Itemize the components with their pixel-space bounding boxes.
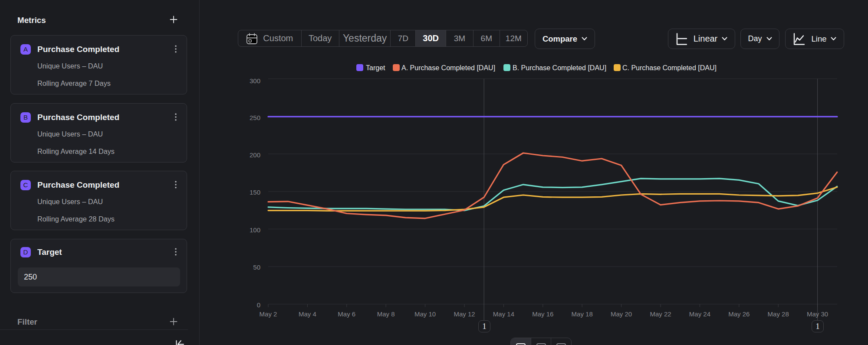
svg-text:May 16: May 16 <box>532 310 553 318</box>
svg-text:300: 300 <box>250 77 260 85</box>
svg-text:May 2: May 2 <box>260 310 277 318</box>
svg-text:May 10: May 10 <box>414 310 436 318</box>
svg-text:May 6: May 6 <box>338 310 355 318</box>
svg-text:May 24: May 24 <box>689 310 710 318</box>
svg-text:100: 100 <box>250 226 260 234</box>
svg-text:150: 150 <box>250 189 260 196</box>
svg-text:May 8: May 8 <box>377 310 395 318</box>
svg-text:May 14: May 14 <box>493 310 514 318</box>
svg-text:200: 200 <box>250 151 260 159</box>
svg-text:May 26: May 26 <box>728 310 750 318</box>
svg-text:May 18: May 18 <box>572 310 593 318</box>
svg-text:May 12: May 12 <box>454 310 475 318</box>
svg-text:250: 250 <box>250 114 260 121</box>
svg-text:May 28: May 28 <box>768 310 789 318</box>
svg-text:May 4: May 4 <box>299 310 316 318</box>
svg-text:50: 50 <box>253 264 260 271</box>
svg-text:0: 0 <box>257 301 260 309</box>
svg-text:May 20: May 20 <box>611 310 632 318</box>
svg-text:May 30: May 30 <box>807 310 828 318</box>
svg-text:May 22: May 22 <box>650 310 671 318</box>
